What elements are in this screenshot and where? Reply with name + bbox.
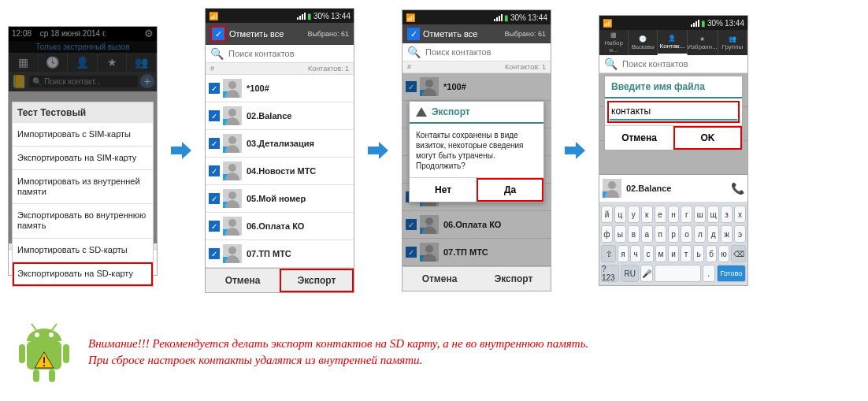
key[interactable]: п xyxy=(655,225,666,243)
key[interactable]: з xyxy=(721,206,733,223)
key[interactable]: ш xyxy=(694,206,706,223)
dialog-title: Введите имя файла xyxy=(605,76,742,98)
bottom-buttons: Отмена Экспорт xyxy=(206,268,354,292)
dialog-ok-button[interactable]: OK xyxy=(673,126,742,150)
status-bar: 📶 ▮ 30% 13:44 xyxy=(206,9,354,23)
tab-groups[interactable]: 👥Группы xyxy=(718,30,747,55)
contact-row[interactable]: ✓05.Мой номер xyxy=(206,185,354,213)
wifi-icon: 📶 xyxy=(603,19,612,28)
contact-row[interactable]: ✓02.Balance xyxy=(206,102,354,130)
phone-1-screenshot: 12:08 ср 18 июня 2014 г. ⚙ Только экстре… xyxy=(8,26,158,276)
menu-import-sd[interactable]: Импортировать с SD-карты xyxy=(13,239,153,262)
key[interactable]: с xyxy=(643,245,654,262)
bottom-buttons: Отмена Экспорт xyxy=(402,266,551,291)
key[interactable]: ж xyxy=(721,225,733,243)
key-mic[interactable]: 🎤 xyxy=(640,265,653,282)
export-button[interactable]: Экспорт xyxy=(280,269,354,292)
key[interactable]: д xyxy=(707,225,719,243)
contact-row[interactable]: ✓07.ТП МТС xyxy=(206,240,354,268)
search-icon: 🔍 xyxy=(210,47,224,60)
row-checkbox[interactable]: ✓ xyxy=(209,193,220,204)
menu-export-sim[interactable]: Экспортировать на SIM-карту xyxy=(13,147,153,170)
dialog-buttons: Отмена OK xyxy=(605,125,742,150)
key[interactable]: к xyxy=(641,206,653,223)
filename-dialog: Введите имя файла Отмена OK xyxy=(604,76,743,150)
key[interactable]: ы xyxy=(614,225,626,243)
key[interactable]: о xyxy=(681,225,692,243)
key[interactable]: у xyxy=(628,206,640,223)
call-icon[interactable]: 📞 xyxy=(731,182,744,195)
avatar xyxy=(223,106,242,125)
menu-export-internal[interactable]: Экспортировать во внутреннюю память xyxy=(13,204,153,238)
key[interactable]: т xyxy=(681,245,692,262)
import-export-menu: Тест Тестовый Импортировать с SIM-карты … xyxy=(12,102,154,288)
dialog-cancel-button[interactable]: Отмена xyxy=(605,126,673,150)
check-all-checkbox[interactable]: ✓ xyxy=(210,26,226,42)
key-symbols[interactable]: ?123 xyxy=(601,265,619,282)
key[interactable]: ⌫ xyxy=(731,245,746,262)
key[interactable]: н xyxy=(668,206,680,223)
key[interactable]: р xyxy=(668,225,680,243)
key[interactable]: ь xyxy=(693,245,704,262)
check-all-checkbox[interactable]: ✓ xyxy=(407,28,420,40)
key-enter[interactable]: Готово xyxy=(717,265,746,282)
contact-row[interactable]: ✓03.Детализация xyxy=(206,130,354,158)
key-space[interactable] xyxy=(655,265,700,282)
key[interactable]: я xyxy=(618,245,629,262)
key[interactable]: й xyxy=(601,206,613,223)
search-input[interactable] xyxy=(227,48,349,59)
row-checkbox[interactable]: ✓ xyxy=(209,138,220,149)
menu-export-sd[interactable]: Экспортировать на SD-карту xyxy=(13,262,153,286)
contact-list: ✓*100# ✓02.Balance ✓03.Детализация ✓04.Н… xyxy=(206,75,354,268)
menu-import-internal[interactable]: Импортировать из внутренней памяти xyxy=(13,170,153,204)
contact-name: 02.Balance xyxy=(626,184,671,193)
cancel-button[interactable]: Отмена xyxy=(206,269,280,292)
key[interactable]: щ xyxy=(707,206,719,223)
key[interactable]: х xyxy=(734,206,746,223)
contact-row[interactable]: ✓*100# xyxy=(206,75,354,102)
key[interactable]: и xyxy=(668,245,679,262)
row-checkbox[interactable]: ✓ xyxy=(209,83,220,94)
svg-line-11 xyxy=(52,324,57,330)
signal-icon xyxy=(297,13,306,20)
key[interactable]: ц xyxy=(614,206,626,223)
wifi-icon: 📶 xyxy=(406,13,415,22)
key[interactable]: ч xyxy=(630,245,641,262)
tab-favorites[interactable]: ★Избранн... xyxy=(688,30,718,55)
contact-row[interactable]: ✓04.Новости МТС xyxy=(206,158,354,185)
wifi-icon: 📶 xyxy=(209,12,218,20)
key[interactable]: м xyxy=(655,245,666,262)
key[interactable]: л xyxy=(694,225,706,243)
status-bar: 📶 ▮ 30% 13:44 xyxy=(599,16,747,30)
row-checkbox[interactable]: ✓ xyxy=(209,248,220,259)
key[interactable]: ⇧ xyxy=(601,245,616,262)
key[interactable]: ф xyxy=(601,225,613,243)
cancel-button[interactable]: Отмена xyxy=(402,267,477,291)
tab-contacts[interactable]: 👤Контак... xyxy=(658,30,687,55)
key[interactable]: в xyxy=(628,225,640,243)
menu-header: Тест Тестовый xyxy=(13,102,153,123)
contact-name: *100# xyxy=(247,84,269,93)
key[interactable]: а xyxy=(641,225,653,243)
row-checkbox[interactable]: ✓ xyxy=(209,110,220,121)
search-input[interactable] xyxy=(621,58,743,69)
key[interactable]: э xyxy=(734,225,746,243)
export-button[interactable]: Экспорт xyxy=(477,267,551,291)
search-input[interactable] xyxy=(424,46,546,58)
dialog-no-button[interactable]: Нет xyxy=(410,178,477,202)
menu-import-sim[interactable]: Импортировать с SIM-карты xyxy=(13,123,153,147)
contact-row[interactable]: ✓06.Оплата КО xyxy=(206,213,354,240)
row-checkbox[interactable]: ✓ xyxy=(209,221,220,232)
key[interactable]: ю xyxy=(718,245,729,262)
contact-row[interactable]: 02.Balance📞 xyxy=(599,175,747,202)
tab-calls[interactable]: 🕓Вызовы xyxy=(629,30,658,55)
filename-input[interactable] xyxy=(610,103,737,121)
dialog-yes-button[interactable]: Да xyxy=(477,178,543,202)
key-dot[interactable]: . xyxy=(703,265,715,282)
key[interactable]: г xyxy=(681,206,692,223)
tab-dialer[interactable]: ▦Набор н... xyxy=(599,30,629,55)
row-checkbox[interactable]: ✓ xyxy=(209,165,220,176)
key[interactable]: б xyxy=(706,245,717,262)
key-lang[interactable]: RU xyxy=(621,265,639,282)
key[interactable]: е xyxy=(655,206,666,223)
